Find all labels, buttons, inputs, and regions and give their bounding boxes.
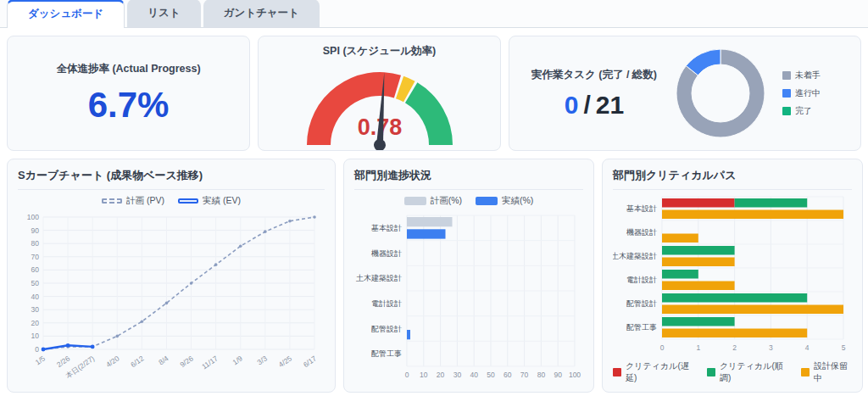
svg-text:100: 100: [27, 213, 39, 221]
legend-swatch: [782, 89, 791, 98]
svg-text:土木建築設計: 土木建築設計: [613, 252, 657, 260]
svg-text:100: 100: [569, 371, 581, 379]
legend-label: 実績(%): [502, 195, 533, 207]
legend-swatch: [782, 107, 791, 115]
svg-text:70: 70: [520, 371, 529, 379]
s-curve-chart: 01020304050607080901001/52/26本日(2/27)4/2…: [18, 210, 325, 385]
card-task-status: 実作業タスク (完了 / 総数) 0/21 未着手進行中完了: [509, 36, 861, 151]
legend-swatch: [801, 368, 810, 376]
svg-text:機器設計: 機器設計: [370, 249, 402, 258]
svg-text:30: 30: [453, 371, 462, 379]
svg-text:0: 0: [35, 345, 39, 354]
svg-text:80: 80: [31, 239, 40, 248]
legend-swatch: [178, 198, 198, 204]
svg-text:50: 50: [487, 371, 495, 379]
tasks-total-count: 21: [596, 91, 624, 119]
card-overall-progress: 全体進捗率 (Actual Progress) 6.7%: [7, 36, 250, 151]
svg-text:配管工事: 配管工事: [626, 323, 657, 332]
legend-swatch: [102, 198, 122, 204]
legend-label: 計画(%): [431, 195, 462, 207]
svg-text:基本設計: 基本設計: [626, 204, 657, 213]
s-curve-title: Sカーブチャート (成果物ベース推移): [18, 168, 325, 190]
svg-text:70: 70: [31, 253, 40, 261]
legend-item: 完了: [782, 105, 847, 117]
svg-text:電計設計: 電計設計: [371, 299, 402, 308]
panel-dept-progress: 部門別進捗状況 計画(%)実績(%) 010203040506070809010…: [343, 159, 594, 393]
legend-label: クリティカル(順調): [720, 360, 787, 384]
svg-text:0: 0: [660, 343, 665, 352]
dept-progress-legend: 計画(%)実績(%): [354, 192, 583, 210]
svg-text:50: 50: [31, 279, 40, 287]
overall-progress-value: 6.7%: [88, 85, 170, 125]
task-status-legend: 未着手進行中完了: [776, 70, 847, 117]
legend-swatch: [707, 368, 715, 376]
legend-item: クリティカル(順調): [707, 360, 787, 384]
svg-text:2: 2: [732, 343, 737, 352]
tasks-separator: /: [583, 91, 590, 119]
legend-label: 計画 (PV): [126, 195, 164, 207]
svg-text:4/25: 4/25: [277, 354, 294, 369]
svg-text:6/17: 6/17: [302, 354, 319, 369]
svg-text:4: 4: [805, 343, 810, 352]
tab-bar: ダッシュボード リスト ガントチャート: [0, 0, 868, 28]
svg-text:配管設計: 配管設計: [371, 325, 402, 333]
panel-critical-path: 部門別クリティカルパス 012345基本設計機器設計土木建築設計電計設計配管設計…: [602, 159, 863, 393]
legend-label: クリティカル(遅延): [626, 360, 693, 384]
overall-progress-title: 全体進捗率 (Actual Progress): [56, 62, 200, 76]
svg-text:90: 90: [31, 226, 40, 235]
legend-item: 実績(%): [476, 195, 533, 207]
legend-label: 未着手: [795, 70, 821, 81]
svg-text:20: 20: [437, 371, 445, 379]
svg-text:30: 30: [31, 305, 40, 314]
legend-swatch: [782, 71, 791, 80]
task-status-title: 実作業タスク (完了 / 総数): [523, 68, 665, 82]
legend-item: 設計保留中: [801, 360, 852, 384]
legend-item: 計画(%): [404, 195, 462, 207]
spi-title: SPI (スケジュール効率): [323, 44, 436, 59]
legend-label: 実績 (EV): [203, 195, 241, 207]
panel-s-curve: Sカーブチャート (成果物ベース推移) 計画 (PV)実績 (EV) 01020…: [7, 159, 336, 393]
tab-gantt-chart[interactable]: ガントチャート: [203, 0, 320, 27]
legend-item: 計画 (PV): [102, 195, 164, 207]
svg-text:機器設計: 機器設計: [626, 228, 657, 237]
critical-path-chart: 012345基本設計機器設計土木建築設計電計設計配管設計配管工事: [613, 192, 852, 360]
svg-text:90: 90: [554, 371, 562, 379]
svg-text:40: 40: [31, 293, 40, 301]
legend-label: 完了: [795, 105, 812, 117]
svg-text:10: 10: [420, 371, 428, 379]
svg-text:基本設計: 基本設計: [371, 224, 402, 232]
dashboard-content: 全体進捗率 (Actual Progress) 6.7% SPI (スケジュール…: [0, 28, 868, 396]
svg-text:8/4: 8/4: [157, 354, 170, 366]
svg-text:40: 40: [470, 371, 478, 379]
svg-text:0: 0: [405, 371, 409, 379]
svg-text:11/17: 11/17: [200, 354, 220, 371]
legend-label: 設計保留中: [814, 360, 852, 384]
spi-gauge-chart: 0.78: [278, 59, 481, 150]
legend-item: 未着手: [782, 70, 847, 81]
tab-list[interactable]: リスト: [127, 0, 200, 27]
svg-text:配管設計: 配管設計: [626, 299, 657, 308]
svg-text:2/26: 2/26: [55, 354, 72, 369]
legend-swatch: [613, 368, 621, 376]
dept-progress-chart: 0102030405060708090100基本設計機器設計土木建築設計電計設計…: [354, 210, 583, 387]
svg-text:電計設計: 電計設計: [626, 276, 657, 284]
svg-text:9/26: 9/26: [178, 354, 195, 369]
tab-dashboard[interactable]: ダッシュボード: [7, 0, 125, 28]
legend-swatch: [476, 197, 498, 205]
critical-path-title: 部門別クリティカルパス: [613, 168, 852, 190]
svg-text:80: 80: [537, 371, 546, 379]
legend-item: クリティカル(遅延): [613, 360, 693, 384]
legend-swatch: [404, 197, 426, 205]
tasks-done-count: 0: [565, 91, 579, 119]
svg-text:配管工事: 配管工事: [371, 349, 402, 358]
dept-progress-title: 部門別進捗状況: [354, 168, 583, 190]
svg-text:20: 20: [31, 319, 40, 327]
svg-text:3/3: 3/3: [256, 354, 270, 366]
legend-item: 進行中: [782, 87, 847, 99]
svg-text:10: 10: [31, 332, 40, 340]
svg-text:3: 3: [769, 343, 773, 352]
card-spi: SPI (スケジュール効率) 0.78: [258, 36, 501, 151]
svg-text:6/12: 6/12: [129, 354, 146, 369]
legend-label: 進行中: [795, 87, 821, 99]
svg-text:土木建築設計: 土木建築設計: [356, 274, 402, 282]
